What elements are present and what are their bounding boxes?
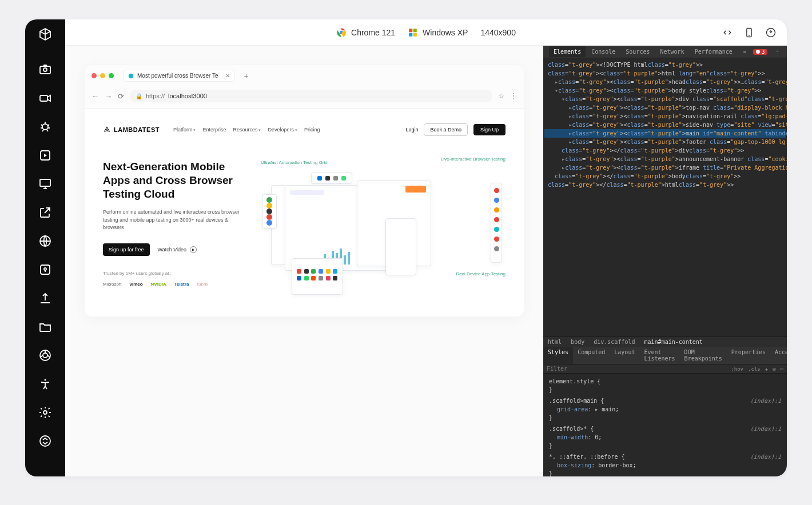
external-icon[interactable] [34, 206, 57, 219]
signup-button[interactable]: Sign Up [473, 124, 505, 135]
session-topbar: Chrome 121 Windows XP 1440x900 [65, 19, 787, 46]
dom-line[interactable]: class="t-grey"></class="t-purple">divcla… [544, 146, 786, 155]
dom-line[interactable]: ▸class="t-grey"><class="t-purple">side-n… [544, 121, 786, 129]
chrome-icon[interactable] [34, 348, 57, 362]
dom-line[interactable]: ▸class="t-grey"><class="t-purple">top-na… [544, 103, 786, 112]
browser-label: Chrome 121 [336, 27, 395, 38]
book-demo-button[interactable]: Book a Demo [424, 123, 468, 136]
styles-computed-toggle[interactable]: ▭ [781, 366, 783, 372]
svg-rect-19 [413, 33, 417, 36]
video-icon[interactable] [34, 91, 57, 105]
styles-filter-input[interactable] [547, 366, 726, 372]
devtools-menu-icon[interactable]: ⋮ [770, 46, 785, 57]
subtab-styles[interactable]: Styles [543, 347, 573, 364]
dom-line[interactable]: ▾class="t-grey"><class="t-purple">body s… [544, 86, 786, 95]
css-rule[interactable]: .scaffold>* {(index):1min-width: 0;} [543, 423, 787, 451]
dom-line[interactable]: ▸class="t-grey"><class="t-purple">headcl… [544, 78, 786, 86]
css-rule[interactable]: *, ::after, ::before {(index):1box-sizin… [543, 451, 787, 476]
address-bar[interactable]: 🔒 https://localhost3000 [130, 90, 492, 102]
styles-filter-row: :hov .cls + ⊞ ▭ [543, 364, 787, 374]
svg-point-11 [45, 379, 46, 381]
tab-elements[interactable]: Elements [549, 46, 586, 57]
resolution-label: 1440x900 [480, 28, 516, 37]
ai-icon[interactable] [765, 27, 777, 38]
hero-headline: Next-Generation Mobile Apps and Cross Br… [103, 160, 246, 201]
play-icon[interactable] [34, 149, 57, 162]
devtools-tabs: Elements Console Sources Network Perform… [543, 46, 787, 58]
dom-tree: class="t-grey"><!DOCTYPE htmlclass="t-gr… [543, 58, 787, 336]
dom-line[interactable]: ▸class="t-grey"><class="t-purple">iframe… [544, 163, 786, 172]
subtab-event-listeners[interactable]: Event Listeners [639, 347, 679, 364]
back-button[interactable]: ← [91, 92, 99, 101]
upload-icon[interactable] [34, 291, 57, 305]
styles-more-icon[interactable]: ⊞ [773, 366, 775, 372]
screenshot-icon[interactable] [34, 63, 57, 77]
browser-menu-icon[interactable]: ⋮ [510, 92, 517, 100]
styles-subtabs: Styles Computed Layout Event Listeners D… [543, 347, 787, 364]
subtab-layout[interactable]: Layout [610, 347, 639, 364]
dom-line[interactable]: ▸class="t-grey"><class="t-purple">footer… [544, 138, 786, 146]
css-rule[interactable]: element.style {} [543, 376, 787, 395]
monitor-icon[interactable] [34, 177, 57, 191]
subtab-accessibility[interactable]: Accessibility [770, 347, 787, 364]
more-tabs-icon[interactable]: » [738, 46, 751, 57]
dom-line[interactable]: class="t-grey"></class="t-purple">htmlcl… [544, 181, 786, 189]
trusted-logos: Microsoft vimeo NVIDIA Telstra rubrik [103, 282, 246, 287]
location-icon[interactable] [34, 263, 57, 276]
svg-rect-7 [41, 265, 50, 274]
subtab-dom-breakpoints[interactable]: DOM Breakpoints [680, 347, 727, 364]
accessibility-icon[interactable] [34, 377, 57, 391]
add-rule-button[interactable]: + [765, 366, 768, 372]
dom-line[interactable]: class="t-grey"><!DOCTYPE htmlclass="t-gr… [544, 61, 786, 69]
svg-rect-16 [409, 29, 412, 32]
lock-icon: 🔒 [136, 93, 142, 99]
dom-line[interactable]: ▾class="t-grey"><class="t-purple">div cl… [544, 95, 786, 103]
site-brand[interactable]: LAMBDATEST [103, 126, 160, 134]
new-tab-button[interactable]: + [244, 71, 249, 81]
browser-tab[interactable]: Most powerful cross Browser Te ✕ [123, 70, 235, 82]
traffic-lights [91, 73, 114, 78]
dom-line[interactable]: ▸class="t-grey"><class="t-purple">naviga… [544, 112, 786, 121]
site-nav-links[interactable]: Platform Enterprise Resources Developers… [173, 127, 320, 133]
signup-free-button[interactable]: Sign up for free [103, 243, 150, 256]
svg-rect-5 [40, 179, 50, 186]
cls-toggle[interactable]: .cls [748, 366, 761, 372]
tab-performance[interactable]: Performance [690, 46, 737, 57]
globe-icon[interactable] [34, 234, 57, 248]
svg-point-12 [43, 411, 47, 414]
app-logo[interactable] [38, 27, 52, 43]
subtab-properties[interactable]: Properties [727, 347, 770, 364]
watch-video-button[interactable]: Watch Video▶ [158, 246, 197, 253]
dom-line[interactable]: class="t-grey"><class="t-purple">html la… [544, 69, 786, 78]
css-rule[interactable]: .scaffold>main {(index):1grid-area: ▸ ma… [543, 395, 787, 423]
devtools-close-icon[interactable]: ✕ [786, 46, 787, 57]
dom-line[interactable]: ▸class="t-grey"><class="t-purple">main i… [544, 129, 786, 138]
bookmark-icon[interactable]: ☆ [498, 92, 504, 100]
forward-button[interactable]: → [105, 92, 112, 101]
svg-rect-17 [413, 29, 417, 32]
dom-line[interactable]: ▸class="t-grey"><class="t-purple">announ… [544, 155, 786, 163]
login-link[interactable]: Login [405, 127, 418, 133]
device-icon[interactable] [743, 27, 755, 38]
bug-icon[interactable] [34, 120, 57, 134]
folder-icon[interactable] [34, 320, 57, 334]
svg-point-10 [43, 353, 47, 358]
preview-pane: Most powerful cross Browser Te ✕ + ← → ⟳… [65, 46, 543, 476]
devtools-panel: Elements Console Sources Network Perform… [543, 46, 787, 476]
close-tab-icon[interactable]: ✕ [225, 73, 230, 79]
trusted-label: Trusted by 1M+ users globally at : [103, 271, 246, 276]
dom-line[interactable]: class="t-grey"></class="t-purple">bodycl… [544, 172, 786, 181]
tab-console[interactable]: Console [587, 46, 620, 57]
tab-sources[interactable]: Sources [621, 46, 654, 57]
svg-point-1 [43, 68, 47, 71]
reload-button[interactable]: ⟳ [118, 92, 124, 101]
hov-toggle[interactable]: :hov [731, 366, 743, 372]
subtab-computed[interactable]: Computed [573, 347, 610, 364]
settings-icon[interactable] [34, 406, 57, 419]
switch-icon[interactable] [34, 434, 57, 448]
code-icon[interactable] [722, 27, 733, 38]
dom-breadcrumb[interactable]: html body div.scaffold main#main-content [543, 336, 787, 347]
tab-network[interactable]: Network [655, 46, 688, 57]
hero-sub: Perform online automated and live intera… [103, 209, 246, 232]
error-count[interactable]: 3 [753, 49, 767, 55]
